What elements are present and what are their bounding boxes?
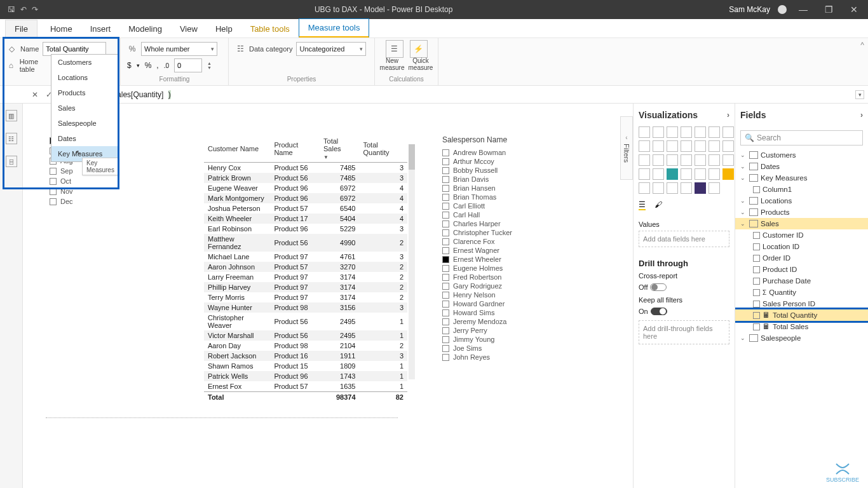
dropdown-item[interactable]: Customers <box>51 55 118 70</box>
slicer-item[interactable]: Bobby Russell <box>442 166 569 175</box>
slicer-item[interactable]: Christopher Tucker <box>442 228 569 237</box>
minimize-button[interactable]: — <box>794 4 812 15</box>
slicer-item[interactable]: Gary Rodriguez <box>442 281 569 290</box>
checkbox-icon[interactable] <box>442 265 449 272</box>
table-row[interactable]: Ernest FoxProduct 5716351 <box>204 381 407 392</box>
tab-measure-tools[interactable]: Measure tools <box>299 18 370 37</box>
home-table-dropdown[interactable]: Customers Locations Products Sales Sales… <box>51 54 118 162</box>
slicer-item[interactable]: Charles Harper <box>442 219 569 228</box>
dropdown-item[interactable]: Sales <box>51 100 118 116</box>
table-row[interactable]: Patrick BrownProduct 5674853 <box>204 173 407 183</box>
table-key-measures[interactable]: ⌄Key Measures <box>735 172 868 184</box>
data-view-button[interactable]: ☷ <box>6 133 17 144</box>
checkbox-icon[interactable] <box>442 203 449 210</box>
slicer-item[interactable]: Arthur Mccoy <box>442 157 569 166</box>
currency-chevron-icon[interactable]: ▾ <box>137 62 140 69</box>
checkbox-icon[interactable] <box>442 327 449 334</box>
table-row[interactable]: Michael LaneProduct 9747613 <box>204 252 407 262</box>
slicer-item[interactable]: Carl Hall <box>442 210 569 219</box>
drillthrough-dropzone[interactable]: Add drill-through fields here <box>639 320 729 344</box>
format-tab-icon[interactable]: 🖌 <box>654 200 662 210</box>
checkbox-icon[interactable] <box>442 292 449 299</box>
collapse-icon[interactable]: › <box>727 111 729 119</box>
subscribe-watermark[interactable]: SUBSCRIBE <box>826 463 859 483</box>
slicer-item[interactable]: Joe Sims <box>442 344 569 353</box>
percent-button[interactable]: % <box>145 61 152 70</box>
redo-icon[interactable]: ↷ <box>32 5 38 14</box>
field-purchase-date[interactable]: Purchase Date <box>735 275 868 287</box>
slicer-item[interactable]: Jeremy Mendoza <box>442 317 569 326</box>
filters-pane-collapsed[interactable]: ‹ Filters <box>620 116 633 180</box>
table-row[interactable]: Henry CoxProduct 5674853 <box>204 163 407 173</box>
checkbox-icon[interactable] <box>442 185 449 192</box>
column-header[interactable]: Total Sales▼ <box>320 135 359 163</box>
table-row[interactable]: Phillip HarveyProduct 9731742 <box>204 282 407 292</box>
checkbox-icon[interactable] <box>442 309 449 316</box>
spinner-down-icon[interactable]: ▼ <box>207 65 212 70</box>
checkbox-icon[interactable] <box>442 238 449 245</box>
slicer-item[interactable]: John Reyes <box>442 353 569 362</box>
cancel-formula-button[interactable]: ✕ <box>28 90 42 99</box>
checkbox-icon[interactable] <box>50 198 57 205</box>
tab-home[interactable]: Home <box>41 20 81 37</box>
ribbon-collapse-icon[interactable]: ^ <box>860 41 864 50</box>
checkbox-icon[interactable] <box>442 318 449 325</box>
checkbox-icon[interactable] <box>442 149 449 156</box>
slicer-item[interactable]: Howard Gardner <box>442 299 569 308</box>
close-button[interactable]: ✕ <box>845 4 863 15</box>
new-measure-button[interactable]: ☰ <box>386 40 403 58</box>
tab-file[interactable]: File <box>5 20 37 37</box>
field-location-id[interactable]: Location ID <box>735 241 868 252</box>
table-row[interactable]: Larry FreemanProduct 9731742 <box>204 272 407 282</box>
tab-help[interactable]: Help <box>207 20 241 37</box>
table-row[interactable]: Keith WheelerProduct 1754044 <box>204 214 407 224</box>
slicer-item[interactable]: Andrew Bowman <box>442 148 569 157</box>
table-locations[interactable]: ⌄Locations <box>735 195 868 207</box>
spinner-up-icon[interactable]: ▲ <box>207 61 212 65</box>
format-select[interactable]: Whole number ▾ <box>141 42 217 56</box>
field-total-sales[interactable]: 🖩Total Sales <box>735 321 868 332</box>
visualization-picker[interactable] <box>634 126 735 194</box>
slicer-item[interactable]: Jerry Perry <box>442 326 569 335</box>
checkbox-icon[interactable] <box>442 354 449 361</box>
dropdown-item[interactable]: Products <box>51 85 118 100</box>
dropdown-item[interactable]: Dates <box>51 131 118 146</box>
table-row[interactable]: Victor MarshallProduct 5624951 <box>204 330 407 341</box>
model-view-button[interactable]: ⌸ <box>6 156 17 167</box>
slicer-item[interactable]: Carl Elliott <box>442 201 569 210</box>
dropdown-item[interactable]: Key Measures ↖ Key Measures <box>51 146 118 161</box>
undo-icon[interactable]: ↶ <box>20 5 27 14</box>
tab-table-tools[interactable]: Table tools <box>241 20 299 37</box>
fields-tab-icon[interactable]: ☰ <box>639 200 646 210</box>
collapse-icon[interactable]: › <box>860 111 863 119</box>
table-row[interactable]: Shawn RamosProduct 1518091 <box>204 361 407 371</box>
field-customer-id[interactable]: Customer ID <box>735 229 868 241</box>
checkbox-icon[interactable] <box>442 283 449 290</box>
slicer-item[interactable]: Fred Robertson <box>442 273 569 281</box>
slicer-item[interactable]: Brian Hansen <box>442 184 569 193</box>
tab-view[interactable]: View <box>171 20 207 37</box>
table-sales[interactable]: ⌄Sales <box>735 218 868 229</box>
checkbox-icon[interactable] <box>442 256 449 263</box>
tab-modeling[interactable]: Modeling <box>119 20 171 37</box>
table-customers[interactable]: ⌄Customers <box>735 149 868 161</box>
dropdown-item[interactable]: Salespeople <box>51 116 118 131</box>
decimals-input[interactable] <box>174 58 202 72</box>
values-dropzone[interactable]: Add data fields here <box>639 231 729 247</box>
slicer-item[interactable]: Howard Sims <box>442 308 569 317</box>
checkbox-icon[interactable] <box>442 158 449 165</box>
expand-formula-icon[interactable]: ▾ <box>855 90 864 99</box>
tab-insert[interactable]: Insert <box>81 20 120 37</box>
avatar[interactable] <box>778 5 787 14</box>
save-icon[interactable]: 🖫 <box>8 5 15 14</box>
table-row[interactable]: Robert JacksonProduct 1619113 <box>204 351 407 361</box>
field-total-quantity[interactable]: 🖩Total Quantity <box>735 309 868 321</box>
checkbox-icon[interactable] <box>442 212 449 219</box>
slicer-item[interactable]: Ernest Wagner <box>442 246 569 255</box>
checkbox-icon[interactable] <box>442 301 449 308</box>
slicer-item[interactable]: Jimmy Young <box>442 335 569 344</box>
checkbox-icon[interactable] <box>50 168 57 175</box>
search-input[interactable]: 🔍 Search <box>740 130 863 146</box>
checkbox-icon[interactable] <box>442 167 449 174</box>
checkbox-icon[interactable] <box>50 188 57 195</box>
